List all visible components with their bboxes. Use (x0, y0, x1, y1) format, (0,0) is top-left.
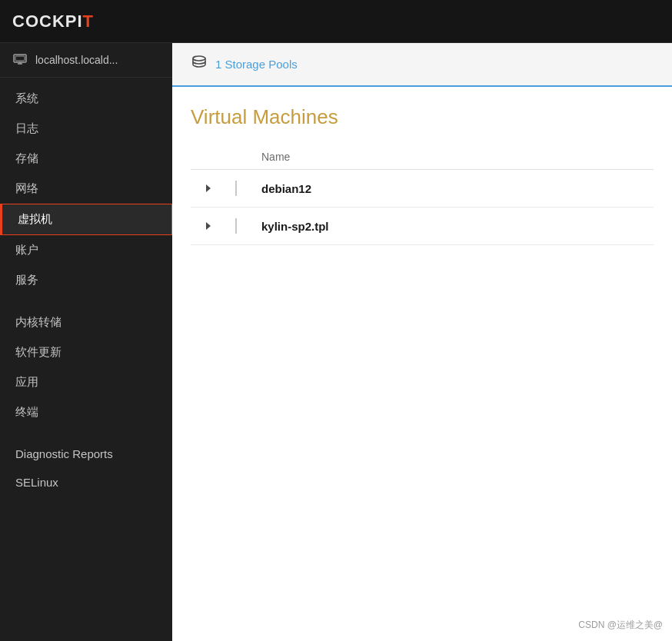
sidebar-item-terminal[interactable]: 终端 (0, 397, 172, 427)
sidebar-item-label-terminal: 终端 (15, 405, 38, 420)
divider-cell-debian12 (226, 170, 252, 208)
name-cell-kylin[interactable]: kylin-sp2.tpl (252, 208, 654, 245)
sidebar-item-network[interactable]: 网络 (0, 174, 172, 204)
sidebar: localhost.locald... 系统 日志 存储 网络 虚拟机 (0, 43, 172, 641)
col-expand (191, 144, 226, 170)
vm-table-header-row: Name (191, 144, 654, 170)
sidebar-host-label: localhost.locald... (35, 54, 118, 66)
vm-table-header: Name (191, 144, 654, 170)
sidebar-item-selinux[interactable]: SELinux (0, 468, 172, 497)
app-header: COCKPIT (0, 0, 672, 43)
storage-pools-banner: 1 Storage Pools (172, 43, 672, 87)
sidebar-item-logs[interactable]: 日志 (0, 114, 172, 144)
sidebar-item-label-diag: Diagnostic Reports (15, 447, 113, 460)
expand-cell-kylin (191, 208, 226, 245)
sidebar-item-system[interactable]: 系统 (0, 84, 172, 114)
app-title: COCKPIT (12, 12, 94, 32)
row-divider-debian12 (235, 181, 237, 196)
svg-marker-5 (206, 184, 211, 192)
vm-section-title: Virtual Machines (191, 105, 654, 129)
sidebar-item-label-selinux: SELinux (15, 476, 58, 489)
name-cell-debian12[interactable]: debian12 (252, 170, 654, 208)
col-divider-header (226, 144, 252, 170)
sidebar-item-label-logs: 日志 (15, 121, 38, 136)
sidebar-item-label-apps: 应用 (15, 375, 38, 390)
sidebar-item-storage[interactable]: 存储 (0, 144, 172, 174)
sidebar-item-label-storage: 存储 (15, 151, 38, 166)
sidebar-item-apps[interactable]: 应用 (0, 367, 172, 397)
col-name-header: Name (252, 144, 654, 170)
sidebar-item-label-vms: 虚拟机 (18, 212, 52, 227)
svg-marker-6 (206, 222, 211, 230)
vm-table: Name (191, 144, 654, 245)
sidebar-host[interactable]: localhost.locald... (0, 43, 172, 78)
sidebar-item-vms[interactable]: 虚拟机 (0, 204, 172, 235)
storage-pools-count: 1 (215, 58, 221, 71)
nav-gap-1 (0, 295, 172, 307)
svg-rect-1 (15, 56, 25, 61)
sidebar-item-updates[interactable]: 软件更新 (0, 337, 172, 367)
divider-cell-kylin (226, 208, 252, 245)
nav-gap-2 (0, 427, 172, 440)
svg-point-4 (193, 56, 205, 61)
expand-cell-debian12 (191, 170, 226, 208)
row-divider-kylin (235, 218, 237, 234)
sidebar-item-label-system: 系统 (15, 91, 38, 106)
sidebar-item-accounts[interactable]: 账户 (0, 235, 172, 265)
sidebar-nav: 系统 日志 存储 网络 虚拟机 账户 服务 (0, 78, 172, 503)
sidebar-item-label-updates: 软件更新 (15, 345, 62, 360)
table-row: debian12 (191, 170, 654, 208)
title-accent: T (83, 12, 94, 31)
sidebar-item-label-kdump: 内核转储 (15, 315, 62, 330)
sidebar-item-label-accounts: 账户 (15, 243, 38, 257)
storage-pools-icon (191, 54, 208, 75)
sidebar-item-label-services: 服务 (15, 273, 38, 287)
content-area: 1 Storage Pools Virtual Machines Name (172, 43, 672, 641)
sidebar-item-diag[interactable]: Diagnostic Reports (0, 440, 172, 468)
vm-section: Virtual Machines Name (172, 87, 672, 245)
main-layout: localhost.locald... 系统 日志 存储 网络 虚拟机 (0, 43, 672, 641)
server-icon (12, 52, 28, 68)
vm-table-body: debian12 (191, 170, 654, 245)
sidebar-item-services[interactable]: 服务 (0, 265, 172, 295)
storage-pools-link[interactable]: 1 Storage Pools (215, 58, 298, 71)
watermark: CSDN @运维之美@ (578, 619, 663, 632)
expand-button-debian12[interactable] (200, 181, 217, 195)
sidebar-item-label-network: 网络 (15, 181, 38, 196)
sidebar-item-kdump[interactable]: 内核转储 (0, 307, 172, 337)
expand-button-kylin[interactable] (200, 219, 217, 233)
table-row: kylin-sp2.tpl (191, 208, 654, 245)
